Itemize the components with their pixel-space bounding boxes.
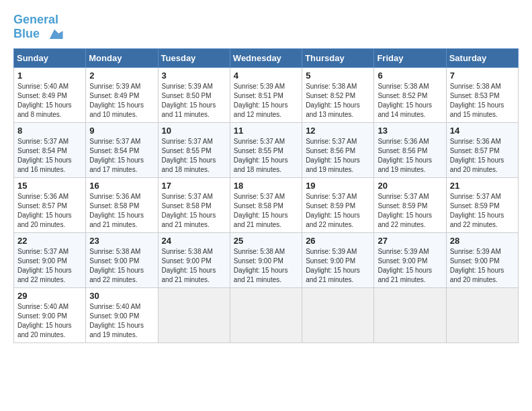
day-number: 2 bbox=[89, 71, 154, 81]
calendar-cell: 4Sunrise: 5:39 AM Sunset: 8:51 PM Daylig… bbox=[230, 67, 302, 122]
day-info: Sunrise: 5:37 AM Sunset: 8:56 PM Dayligh… bbox=[306, 137, 370, 175]
day-info: Sunrise: 5:36 AM Sunset: 8:58 PM Dayligh… bbox=[89, 192, 154, 230]
day-number: 14 bbox=[450, 126, 515, 136]
day-number: 24 bbox=[162, 236, 226, 246]
calendar-cell: 5Sunrise: 5:38 AM Sunset: 8:52 PM Daylig… bbox=[302, 67, 374, 122]
svg-marker-1 bbox=[50, 30, 63, 39]
calendar-cell: 15Sunrise: 5:36 AM Sunset: 8:57 PM Dayli… bbox=[14, 177, 86, 232]
calendar-cell: 1Sunrise: 5:40 AM Sunset: 8:49 PM Daylig… bbox=[14, 67, 86, 122]
calendar-week-row: 1Sunrise: 5:40 AM Sunset: 8:49 PM Daylig… bbox=[14, 67, 519, 122]
day-number: 11 bbox=[234, 126, 298, 136]
calendar-week-row: 29Sunrise: 5:40 AM Sunset: 9:00 PM Dayli… bbox=[14, 287, 519, 342]
weekday-header: Friday bbox=[374, 48, 446, 67]
day-info: Sunrise: 5:39 AM Sunset: 9:00 PM Dayligh… bbox=[378, 247, 442, 285]
day-number: 13 bbox=[378, 126, 442, 136]
calendar-cell: 9Sunrise: 5:37 AM Sunset: 8:54 PM Daylig… bbox=[86, 122, 158, 177]
day-number: 9 bbox=[89, 126, 154, 136]
day-number: 29 bbox=[17, 291, 82, 301]
day-number: 27 bbox=[378, 236, 442, 246]
day-info: Sunrise: 5:37 AM Sunset: 8:59 PM Dayligh… bbox=[378, 192, 442, 230]
calendar-cell: 24Sunrise: 5:38 AM Sunset: 9:00 PM Dayli… bbox=[158, 232, 230, 287]
day-info: Sunrise: 5:36 AM Sunset: 8:57 PM Dayligh… bbox=[17, 192, 82, 230]
calendar-week-row: 15Sunrise: 5:36 AM Sunset: 8:57 PM Dayli… bbox=[14, 177, 519, 232]
calendar-cell: 19Sunrise: 5:37 AM Sunset: 8:59 PM Dayli… bbox=[302, 177, 374, 232]
day-info: Sunrise: 5:39 AM Sunset: 8:49 PM Dayligh… bbox=[89, 82, 154, 120]
day-number: 28 bbox=[450, 236, 515, 246]
weekday-header: Wednesday bbox=[230, 48, 302, 67]
weekday-header: Thursday bbox=[302, 48, 374, 67]
day-info: Sunrise: 5:37 AM Sunset: 8:54 PM Dayligh… bbox=[17, 137, 82, 175]
calendar-cell: 18Sunrise: 5:37 AM Sunset: 8:58 PM Dayli… bbox=[230, 177, 302, 232]
calendar-cell: 27Sunrise: 5:39 AM Sunset: 9:00 PM Dayli… bbox=[374, 232, 446, 287]
day-info: Sunrise: 5:37 AM Sunset: 8:58 PM Dayligh… bbox=[234, 192, 298, 230]
calendar-cell: 23Sunrise: 5:38 AM Sunset: 9:00 PM Dayli… bbox=[86, 232, 158, 287]
weekday-header: Monday bbox=[86, 48, 158, 67]
day-info: Sunrise: 5:39 AM Sunset: 8:50 PM Dayligh… bbox=[162, 82, 226, 120]
day-number: 3 bbox=[162, 71, 226, 81]
calendar-header-row: SundayMondayTuesdayWednesdayThursdayFrid… bbox=[14, 48, 519, 67]
logo-text2: Blue bbox=[13, 27, 64, 42]
day-info: Sunrise: 5:37 AM Sunset: 8:55 PM Dayligh… bbox=[234, 137, 298, 175]
day-info: Sunrise: 5:38 AM Sunset: 9:00 PM Dayligh… bbox=[162, 247, 226, 285]
calendar-cell bbox=[230, 287, 302, 342]
day-number: 8 bbox=[17, 126, 82, 136]
day-info: Sunrise: 5:40 AM Sunset: 8:49 PM Dayligh… bbox=[17, 82, 82, 120]
calendar-week-row: 8Sunrise: 5:37 AM Sunset: 8:54 PM Daylig… bbox=[14, 122, 519, 177]
day-info: Sunrise: 5:38 AM Sunset: 8:53 PM Dayligh… bbox=[450, 82, 515, 120]
calendar-cell: 14Sunrise: 5:36 AM Sunset: 8:57 PM Dayli… bbox=[446, 122, 518, 177]
day-info: Sunrise: 5:38 AM Sunset: 8:52 PM Dayligh… bbox=[306, 82, 370, 120]
calendar-cell bbox=[302, 287, 374, 342]
day-info: Sunrise: 5:37 AM Sunset: 8:54 PM Dayligh… bbox=[89, 137, 154, 175]
logo: General Blue bbox=[13, 13, 64, 42]
calendar-cell: 13Sunrise: 5:36 AM Sunset: 8:56 PM Dayli… bbox=[374, 122, 446, 177]
calendar-cell: 6Sunrise: 5:38 AM Sunset: 8:52 PM Daylig… bbox=[374, 67, 446, 122]
day-info: Sunrise: 5:38 AM Sunset: 9:00 PM Dayligh… bbox=[89, 247, 154, 285]
calendar-cell: 16Sunrise: 5:36 AM Sunset: 8:58 PM Dayli… bbox=[86, 177, 158, 232]
day-number: 12 bbox=[306, 126, 370, 136]
weekday-header: Sunday bbox=[14, 48, 86, 67]
page-header: General Blue bbox=[13, 13, 519, 42]
day-number: 16 bbox=[89, 181, 154, 191]
calendar-cell bbox=[158, 287, 230, 342]
calendar-cell: 11Sunrise: 5:37 AM Sunset: 8:55 PM Dayli… bbox=[230, 122, 302, 177]
calendar-cell: 7Sunrise: 5:38 AM Sunset: 8:53 PM Daylig… bbox=[446, 67, 518, 122]
calendar-cell: 2Sunrise: 5:39 AM Sunset: 8:49 PM Daylig… bbox=[86, 67, 158, 122]
day-info: Sunrise: 5:37 AM Sunset: 8:59 PM Dayligh… bbox=[450, 192, 515, 230]
day-info: Sunrise: 5:39 AM Sunset: 9:00 PM Dayligh… bbox=[306, 247, 370, 285]
day-info: Sunrise: 5:36 AM Sunset: 8:56 PM Dayligh… bbox=[378, 137, 442, 175]
day-number: 22 bbox=[17, 236, 82, 246]
calendar-cell: 28Sunrise: 5:39 AM Sunset: 9:00 PM Dayli… bbox=[446, 232, 518, 287]
day-number: 21 bbox=[450, 181, 515, 191]
day-number: 17 bbox=[162, 181, 226, 191]
logo-text: General bbox=[13, 13, 64, 27]
calendar-cell: 12Sunrise: 5:37 AM Sunset: 8:56 PM Dayli… bbox=[302, 122, 374, 177]
day-number: 6 bbox=[378, 71, 442, 81]
weekday-header: Tuesday bbox=[158, 48, 230, 67]
calendar-cell: 20Sunrise: 5:37 AM Sunset: 8:59 PM Dayli… bbox=[374, 177, 446, 232]
day-info: Sunrise: 5:37 AM Sunset: 8:55 PM Dayligh… bbox=[162, 137, 226, 175]
calendar-cell: 30Sunrise: 5:40 AM Sunset: 9:00 PM Dayli… bbox=[86, 287, 158, 342]
calendar-week-row: 22Sunrise: 5:37 AM Sunset: 9:00 PM Dayli… bbox=[14, 232, 519, 287]
day-number: 15 bbox=[17, 181, 82, 191]
day-number: 18 bbox=[234, 181, 298, 191]
calendar-cell: 8Sunrise: 5:37 AM Sunset: 8:54 PM Daylig… bbox=[14, 122, 86, 177]
day-info: Sunrise: 5:37 AM Sunset: 8:58 PM Dayligh… bbox=[162, 192, 226, 230]
day-number: 10 bbox=[162, 126, 226, 136]
day-info: Sunrise: 5:38 AM Sunset: 9:00 PM Dayligh… bbox=[234, 247, 298, 285]
day-info: Sunrise: 5:40 AM Sunset: 9:00 PM Dayligh… bbox=[89, 302, 154, 340]
calendar-table: SundayMondayTuesdayWednesdayThursdayFrid… bbox=[13, 48, 519, 343]
calendar-cell: 21Sunrise: 5:37 AM Sunset: 8:59 PM Dayli… bbox=[446, 177, 518, 232]
day-number: 4 bbox=[234, 71, 298, 81]
weekday-header: Saturday bbox=[446, 48, 518, 67]
calendar-cell: 10Sunrise: 5:37 AM Sunset: 8:55 PM Dayli… bbox=[158, 122, 230, 177]
calendar-cell: 22Sunrise: 5:37 AM Sunset: 9:00 PM Dayli… bbox=[14, 232, 86, 287]
day-number: 7 bbox=[450, 71, 515, 81]
day-number: 19 bbox=[306, 181, 370, 191]
day-info: Sunrise: 5:36 AM Sunset: 8:57 PM Dayligh… bbox=[450, 137, 515, 175]
day-number: 1 bbox=[17, 71, 82, 81]
day-number: 23 bbox=[89, 236, 154, 246]
calendar-cell: 26Sunrise: 5:39 AM Sunset: 9:00 PM Dayli… bbox=[302, 232, 374, 287]
calendar-cell bbox=[446, 287, 518, 342]
day-info: Sunrise: 5:40 AM Sunset: 9:00 PM Dayligh… bbox=[17, 302, 82, 340]
day-number: 25 bbox=[234, 236, 298, 246]
